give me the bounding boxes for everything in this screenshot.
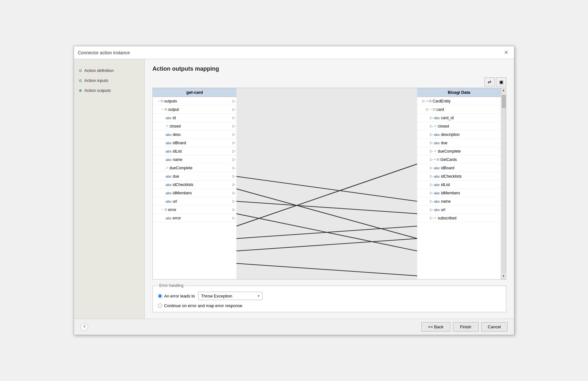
abc-icon: abc (166, 199, 172, 203)
node-label: idMembers (173, 191, 233, 195)
node-label: name (441, 199, 500, 204)
error-option-2-label[interactable]: Continue on error and map error response (158, 303, 243, 308)
list-item: ▷ abc idChecklists (417, 172, 501, 181)
arrow-left-icon: ▷ (430, 141, 433, 145)
expand-icon[interactable]: − (162, 208, 164, 211)
sidebar: Action definition Action inputs Action o… (74, 59, 145, 319)
node-label: closed (438, 124, 500, 128)
node-label: CardEntity (433, 99, 500, 103)
mapping-inner: get-card − ⊟ outputs ▷ (153, 88, 501, 279)
sidebar-item-action-definition[interactable]: Action definition (74, 66, 144, 75)
svg-line-7 (236, 263, 417, 276)
arrow-left-icon: ▷ (430, 182, 433, 187)
dropdown-arrow: ▾ (258, 294, 260, 298)
help-button[interactable]: ? (80, 323, 88, 331)
scroll-thumb[interactable] (502, 95, 506, 108)
abc-icon: abc (166, 149, 172, 153)
node-label: output (168, 107, 233, 112)
connector-svg (236, 88, 417, 279)
expand-icon[interactable]: + (426, 99, 428, 103)
finish-button[interactable]: Finish (453, 322, 479, 332)
expand-icon[interactable]: − (158, 99, 160, 103)
abc-icon: abc (166, 216, 172, 220)
toolbar-button-2[interactable]: ▣ (496, 77, 506, 86)
connector-area (236, 88, 417, 279)
expand-icon[interactable]: − (430, 108, 432, 111)
error-row-2: Continue on error and map error response (158, 303, 501, 308)
arrow-left-icon: ▷ (430, 174, 433, 178)
node-label: due (441, 141, 500, 145)
footer-right: << Back Finish Cancel (421, 322, 508, 332)
svg-line-6 (236, 239, 417, 251)
scroll-down-button[interactable]: ▼ (501, 274, 506, 279)
node-label: idBoard (441, 166, 500, 170)
vertical-scrollbar[interactable]: ▲ ▼ (501, 88, 506, 279)
expand-icon[interactable]: − (162, 108, 164, 111)
connector-dialog: Connector action instance ✕ Action defin… (74, 46, 514, 335)
abc-icon: abc (434, 183, 440, 187)
error-option-1-text: An error leads to (164, 294, 195, 298)
list-item: abc url ▷ (153, 197, 236, 206)
dialog-body: Action definition Action inputs Action o… (74, 59, 514, 319)
list-item: ▷ − ⊟ card (417, 105, 501, 114)
mapping-scroll[interactable]: get-card − ⊟ outputs ▷ (153, 88, 501, 279)
scroll-up-button[interactable]: ▲ (501, 88, 506, 93)
throw-exception-dropdown[interactable]: Throw Exception ▾ (198, 292, 262, 300)
list-item: ▷ + ⊞ GetCards (417, 155, 501, 164)
svg-line-5 (236, 226, 417, 239)
check-icon: ✓ (434, 149, 437, 153)
arrow-left-icon: ▷ (430, 208, 433, 212)
arrow-right-icon: ▷ (233, 174, 235, 178)
node-label: dueComplete (438, 149, 500, 154)
arrow-left-icon: ▷ (430, 191, 433, 195)
list-item: abc due ▷ (153, 172, 236, 181)
list-item: abc idMembers ▷ (153, 189, 236, 197)
node-label: idMembers (441, 191, 500, 195)
list-item: − ⊟ output ▷ (153, 105, 236, 114)
arrow-left-icon: ▷ (430, 199, 433, 203)
list-item: ▷ abc due (417, 139, 501, 147)
abc-icon: abc (434, 174, 440, 178)
abc-icon: abc (434, 208, 440, 212)
left-panel-rows: − ⊟ outputs ▷ − ⊟ output (153, 97, 236, 222)
arrow-right-icon: ▷ (233, 166, 235, 170)
sidebar-label-1: Action definition (84, 68, 114, 73)
arrow-right-icon: ▷ (233, 216, 235, 220)
svg-line-2 (236, 201, 417, 214)
arrow-right-icon: ▷ (233, 99, 235, 103)
error-radio-2[interactable] (158, 304, 162, 308)
cancel-button[interactable]: Cancel (481, 322, 508, 332)
node-label: name (173, 157, 233, 162)
sidebar-item-action-outputs[interactable]: Action outputs (74, 85, 144, 95)
arrow-right-icon: ▷ (233, 199, 235, 203)
svg-line-1 (236, 189, 417, 239)
sidebar-dot-1 (79, 69, 82, 72)
node-label: idChecklists (441, 174, 500, 179)
abc-icon: abc (434, 133, 440, 137)
folder-icon: ⊟ (161, 99, 163, 103)
sidebar-label-3: Action outputs (84, 88, 111, 93)
sidebar-item-action-inputs[interactable]: Action inputs (74, 75, 144, 85)
arrow-right-icon: ▷ (233, 141, 235, 145)
list-item: ▷ abc idMembers (417, 189, 501, 197)
error-option-1-label[interactable]: An error leads to (158, 294, 195, 298)
abc-icon: abc (434, 166, 440, 170)
layout-icon: ▣ (499, 79, 503, 84)
list-item: − ⊟ error ▷ (153, 206, 236, 214)
expand-icon[interactable]: + (434, 158, 436, 161)
node-label: error (168, 208, 233, 212)
sidebar-label-2: Action inputs (84, 78, 108, 83)
close-button[interactable]: ✕ (502, 49, 510, 56)
arrow-right-icon: ▷ (233, 124, 235, 128)
arrow-right-icon: ▷ (233, 208, 235, 212)
error-handling-group: Error handling An error leads to Throw E… (152, 283, 506, 312)
back-button[interactable]: << Back (421, 322, 450, 332)
node-label: card (436, 107, 500, 112)
list-item: ▷ abc card_id (417, 114, 501, 122)
folder-icon: ⊟ (433, 107, 436, 111)
toolbar-button-1[interactable]: ⇄ (484, 77, 495, 86)
arrow-left-icon: ▷ (430, 216, 433, 220)
scroll-track (501, 94, 506, 273)
error-radio-1[interactable] (158, 294, 162, 298)
error-row-1: An error leads to Throw Exception ▾ (158, 292, 501, 300)
